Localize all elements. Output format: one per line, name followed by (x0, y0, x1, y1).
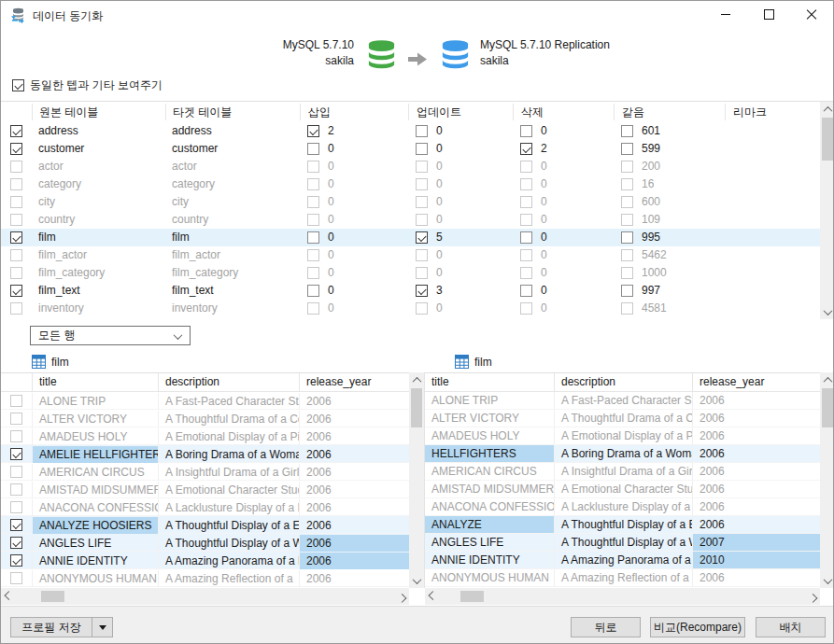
row-checkbox[interactable] (10, 285, 22, 297)
same-checkbox[interactable] (621, 249, 633, 261)
row-checkbox[interactable] (10, 554, 22, 567)
insert-checkbox[interactable] (307, 249, 319, 261)
insert-checkbox[interactable] (307, 196, 319, 208)
film-row[interactable]: HELLFIGHTERSA Boring Drama of a Woma2006 (425, 445, 820, 463)
compare-row[interactable]: filmfilm050995 (1, 229, 820, 246)
film-row[interactable]: AMELIE HELLFIGHTERSA Boring Drama of a W… (1, 445, 409, 463)
film-row[interactable]: AMADEUS HOLYA Emotional Display of a Pic… (425, 427, 820, 445)
scrollbar-thumb[interactable] (41, 591, 64, 602)
compare-row[interactable]: actoractor000200 (1, 158, 820, 175)
column-header[interactable]: title (425, 373, 554, 391)
show-identical-toggle[interactable]: 동일한 텝과 기타 보여주기 (12, 77, 163, 93)
scroll-up-button[interactable] (409, 372, 424, 387)
update-checkbox[interactable] (416, 249, 428, 261)
delete-checkbox[interactable] (520, 161, 532, 173)
film-row[interactable]: ALONE TRIPA Fast-Paced Character Stuc200… (425, 392, 820, 410)
row-checkbox[interactable] (10, 413, 22, 425)
column-header[interactable]: 삽입 (300, 104, 408, 120)
row-checkbox[interactable] (10, 302, 22, 315)
film-row[interactable]: AMISTAD MIDSUMMERA Emotional Character S… (1, 481, 409, 498)
row-checkbox[interactable] (10, 395, 22, 407)
same-checkbox[interactable] (621, 267, 633, 279)
compare-row[interactable]: film_textfilm_text030997 (1, 282, 820, 300)
insert-checkbox[interactable] (307, 143, 319, 155)
row-checkbox[interactable] (10, 143, 22, 155)
scroll-down-button[interactable] (409, 573, 424, 588)
delete-checkbox[interactable] (520, 231, 532, 244)
scrollbar-thumb[interactable] (822, 118, 833, 161)
film-row[interactable]: ANNIE IDENTITYA Amazing Panorama of a P2… (425, 552, 820, 569)
scroll-up-button[interactable] (820, 372, 834, 387)
row-filter-dropdown[interactable]: 모든 행 (30, 326, 191, 345)
save-profile-button[interactable]: 프로필 저장 (10, 617, 92, 637)
scrollbar-thumb[interactable] (822, 388, 833, 427)
film-row[interactable]: ANACONA CONFESSIOA Lacklusture Display o… (1, 498, 409, 516)
delete-checkbox[interactable] (520, 196, 532, 208)
film-row[interactable]: ANACONA CONFESSIOA Lacklusture Display o… (425, 498, 820, 516)
film-row[interactable]: ANALYZEA Thoughtful Display of a E2006 (425, 516, 820, 534)
update-checkbox[interactable] (416, 178, 428, 190)
film-row[interactable]: ANALYZE HOOSIERSA Thoughtful Display of … (1, 516, 409, 534)
compare-row[interactable]: inventoryinventory0004581 (1, 300, 820, 317)
film-row[interactable]: ANGLES LIFEA Thoughtful Display of a W20… (425, 534, 820, 552)
show-identical-checkbox[interactable] (12, 79, 24, 91)
scroll-right-button[interactable] (394, 588, 409, 605)
same-checkbox[interactable] (621, 285, 633, 297)
insert-checkbox[interactable] (307, 125, 319, 137)
film-row[interactable]: ALONE TRIPA Fast-Paced Character Stuc200… (1, 392, 409, 410)
scroll-left-button[interactable] (425, 588, 440, 605)
column-header[interactable]: description (554, 373, 692, 391)
update-checkbox[interactable] (416, 143, 428, 155)
insert-checkbox[interactable] (307, 161, 319, 173)
row-checkbox[interactable] (10, 161, 22, 173)
update-checkbox[interactable] (416, 267, 428, 279)
compare-row[interactable]: film_actorfilm_actor0005462 (1, 246, 820, 264)
update-checkbox[interactable] (416, 214, 428, 226)
row-checkbox[interactable] (10, 537, 22, 549)
source-detail-vertical-scrollbar[interactable] (409, 372, 424, 588)
delete-checkbox[interactable] (520, 214, 532, 226)
compare-row[interactable]: categorycategory00016 (1, 175, 820, 193)
compare-row[interactable]: addressaddress200601 (1, 122, 820, 140)
update-checkbox[interactable] (416, 231, 428, 244)
row-checkbox[interactable] (10, 572, 22, 584)
same-checkbox[interactable] (621, 143, 633, 155)
compare-row[interactable]: countrycountry000109 (1, 211, 820, 229)
minimize-button[interactable] (704, 1, 747, 28)
scroll-left-button[interactable] (1, 588, 16, 605)
insert-checkbox[interactable] (307, 231, 319, 244)
row-checkbox[interactable] (10, 267, 22, 279)
column-header[interactable]: release_year (299, 373, 409, 391)
film-row[interactable]: AMISTAD MIDSUMMERA Emotional Character S… (425, 481, 820, 498)
film-row[interactable]: ALTER VICTORYA Thoughtful Drama of a Co2… (425, 410, 820, 427)
update-checkbox[interactable] (416, 196, 428, 208)
film-row[interactable]: AMADEUS HOLYA Emotional Display of a Pic… (1, 427, 409, 445)
scroll-up-button[interactable] (820, 102, 834, 117)
column-header[interactable]: 타겟 테이블 (165, 104, 300, 120)
row-checkbox[interactable] (10, 501, 22, 513)
film-row[interactable]: ANONYMOUS HUMANA Amazing Reflection of a… (425, 569, 820, 587)
compare-grid-vertical-scrollbar[interactable] (820, 102, 834, 319)
column-header[interactable]: 같음 (614, 104, 725, 120)
row-checkbox[interactable] (10, 214, 22, 226)
row-checkbox[interactable] (10, 196, 22, 208)
delete-checkbox[interactable] (520, 125, 532, 137)
insert-checkbox[interactable] (307, 302, 319, 315)
film-row[interactable]: ANGLES LIFEA Thoughtful Display of a W20… (1, 534, 409, 552)
column-header[interactable]: title (32, 373, 158, 391)
row-checkbox[interactable] (10, 483, 22, 496)
column-header[interactable]: release_year (692, 373, 821, 391)
delete-checkbox[interactable] (520, 302, 532, 315)
update-checkbox[interactable] (416, 285, 428, 297)
same-checkbox[interactable] (621, 196, 633, 208)
column-header[interactable]: 업데이트 (408, 104, 513, 120)
insert-checkbox[interactable] (307, 285, 319, 297)
column-header[interactable]: description (158, 373, 299, 391)
update-checkbox[interactable] (416, 302, 428, 315)
column-header[interactable]: 삭제 (513, 104, 614, 120)
delete-checkbox[interactable] (520, 267, 532, 279)
column-header[interactable]: 리마크 (725, 104, 820, 120)
same-checkbox[interactable] (621, 231, 633, 244)
update-checkbox[interactable] (416, 161, 428, 173)
same-checkbox[interactable] (621, 125, 633, 137)
